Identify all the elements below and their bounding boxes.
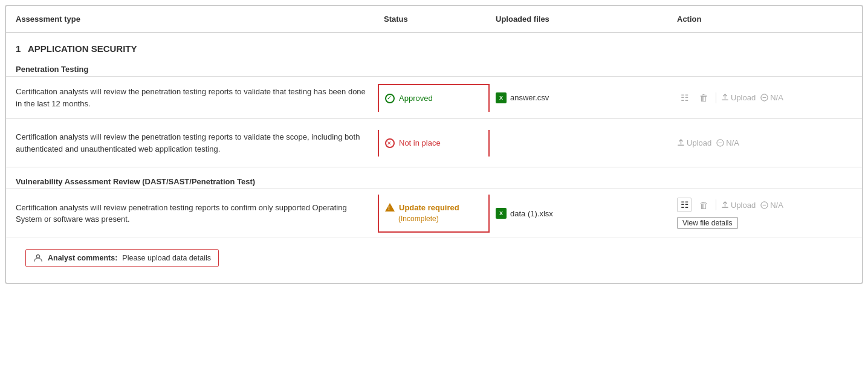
row-2-status-cell: Not in place [378,130,490,157]
approved-icon [385,94,395,103]
row-3-actions-row: ☷ 🗑 Upload N/A [677,198,783,212]
row-1-actions-cell: ☷ 🗑 Upload N/A [671,82,862,114]
subsection-title-vulnerability: Vulnerability Assessment Review (DAST/SA… [6,167,862,189]
na-label-2: N/A [726,138,739,147]
na-action-2[interactable]: N/A [716,138,739,147]
analyst-icon [33,253,43,263]
table-row: Certification analysts will review penet… [6,189,862,237]
row-2-actions-cell: Upload N/A [671,130,862,156]
upload-icon [721,94,729,102]
row-3-status-cell: Update required (Incomplete) [378,195,490,233]
analyst-comments-row: Analyst comments: Please upload data det… [6,237,862,283]
header-status: Status [378,6,490,32]
analyst-comments-box: Analyst comments: Please upload data det… [25,249,219,267]
row-3-actions-cell: ☷ 🗑 Upload N/A View file details [671,189,862,237]
divider-3 [716,199,716,210]
analyst-comments-label: Analyst comments: [48,254,117,262]
row-1-filename: answer.csv [510,93,549,102]
upload-action[interactable]: Upload [721,93,756,102]
row-1-files-cell: X answer.csv [490,84,671,112]
header-action: Action [671,6,862,32]
svg-point-6 [36,255,39,258]
na-icon-3 [760,201,768,209]
trash-icon[interactable]: 🗑 [696,91,711,105]
subsection-title-penetration: Penetration Testing [6,57,862,76]
table-header: Assessment type Status Uploaded files Ac… [6,6,862,33]
na-icon-2 [716,139,724,147]
row-3-status-inner: Update required [385,203,459,212]
row-2-files-cell [490,135,671,152]
main-container: Assessment type Status Uploaded files Ac… [5,5,863,284]
excel-icon-3: X [496,208,507,219]
table-row: Certification analysts will review the p… [6,118,862,167]
trash-icon-3[interactable]: 🗑 [696,198,711,212]
row-2-status-label: Not in place [399,138,441,147]
excel-icon: X [496,92,507,103]
row-1-status-cell: Approved [378,84,490,112]
upload-label-3: Upload [731,201,756,210]
copy-icon[interactable]: ☷ [677,91,691,105]
na-action[interactable]: N/A [760,93,783,102]
not-in-place-icon [385,138,395,148]
upload-label: Upload [731,93,756,102]
na-label-3: N/A [770,201,783,210]
row-3-status-sub: (Incomplete) [385,215,439,223]
table-row: Certification analysts will review the p… [6,76,862,118]
row-1-description: Certification analysts will review the p… [6,77,378,118]
header-assessment-type: Assessment type [6,6,378,32]
row-3-status-label: Update required [399,203,459,212]
update-required-icon [385,203,395,211]
row-3-files-cell: X data (1).xlsx [490,199,671,227]
row-1-status-label: Approved [399,94,433,103]
row-3-filename: data (1).xlsx [510,209,553,218]
section-title: 1 APPLICATION SECURITY [6,33,862,57]
na-action-3[interactable]: N/A [760,201,783,210]
upload-label-2: Upload [687,138,711,147]
view-file-details-button[interactable]: View file details [677,217,738,229]
upload-icon-2 [677,139,685,147]
na-label: N/A [770,93,783,102]
copy-active-icon[interactable]: ☷ [677,198,691,212]
upload-action-2[interactable]: Upload [677,138,711,147]
header-uploaded-files: Uploaded files [490,6,671,32]
analyst-comments-text: Please upload data details [122,254,211,262]
row-2-description: Certification analysts will review the p… [6,123,378,163]
upload-action-3[interactable]: Upload [721,201,756,210]
upload-icon-3 [721,201,729,209]
section-number: 1 [16,44,21,54]
divider [716,92,716,103]
row-3-description: Certification analysts will review penet… [6,193,378,234]
section-name: APPLICATION SECURITY [28,44,137,54]
na-icon [760,94,768,102]
